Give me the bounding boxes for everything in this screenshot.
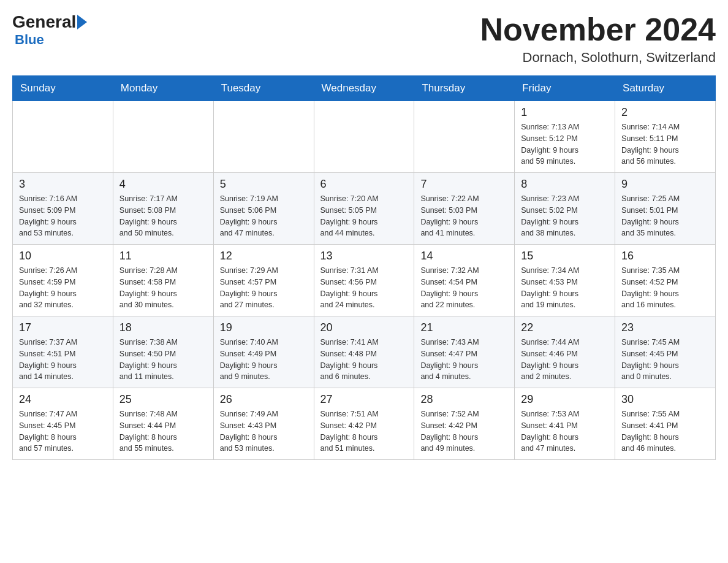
logo-general: General: [12, 12, 76, 32]
header-monday: Monday: [113, 76, 213, 101]
day-number: 20: [320, 321, 408, 334]
table-row: 2Sunrise: 7:14 AM Sunset: 5:11 PM Daylig…: [615, 101, 716, 173]
day-number: 19: [220, 321, 308, 334]
calendar-week-row: 24Sunrise: 7:47 AM Sunset: 4:45 PM Dayli…: [13, 388, 716, 460]
day-number: 4: [119, 178, 207, 191]
table-row: 12Sunrise: 7:29 AM Sunset: 4:57 PM Dayli…: [213, 245, 314, 316]
day-number: 23: [621, 321, 709, 334]
day-number: 18: [119, 321, 207, 334]
day-number: 26: [220, 393, 308, 406]
day-number: 30: [621, 393, 709, 406]
table-row: 7Sunrise: 7:22 AM Sunset: 5:03 PM Daylig…: [414, 173, 515, 245]
day-info: Sunrise: 7:14 AM Sunset: 5:11 PM Dayligh…: [621, 121, 709, 167]
table-row: 27Sunrise: 7:51 AM Sunset: 4:42 PM Dayli…: [314, 388, 414, 460]
day-number: 25: [119, 393, 207, 406]
table-row: 1Sunrise: 7:13 AM Sunset: 5:12 PM Daylig…: [515, 101, 615, 173]
day-number: 28: [420, 393, 508, 406]
day-info: Sunrise: 7:55 AM Sunset: 4:41 PM Dayligh…: [621, 408, 709, 454]
table-row: 30Sunrise: 7:55 AM Sunset: 4:41 PM Dayli…: [615, 388, 716, 460]
calendar-table: Sunday Monday Tuesday Wednesday Thursday…: [12, 75, 716, 460]
header-wednesday: Wednesday: [314, 76, 414, 101]
day-info: Sunrise: 7:44 AM Sunset: 4:46 PM Dayligh…: [521, 337, 609, 383]
day-number: 16: [621, 250, 709, 262]
day-info: Sunrise: 7:41 AM Sunset: 4:48 PM Dayligh…: [320, 337, 408, 383]
table-row: 24Sunrise: 7:47 AM Sunset: 4:45 PM Dayli…: [13, 388, 113, 460]
day-info: Sunrise: 7:19 AM Sunset: 5:06 PM Dayligh…: [220, 193, 308, 239]
table-row: [13, 101, 113, 173]
location-title: Dornach, Solothurn, Switzerland: [480, 50, 716, 66]
day-info: Sunrise: 7:40 AM Sunset: 4:49 PM Dayligh…: [220, 337, 308, 383]
table-row: 20Sunrise: 7:41 AM Sunset: 4:48 PM Dayli…: [314, 316, 414, 388]
table-row: 18Sunrise: 7:38 AM Sunset: 4:50 PM Dayli…: [113, 316, 213, 388]
day-number: 5: [220, 178, 308, 191]
calendar-week-row: 3Sunrise: 7:16 AM Sunset: 5:09 PM Daylig…: [13, 173, 716, 245]
day-info: Sunrise: 7:37 AM Sunset: 4:51 PM Dayligh…: [19, 337, 107, 383]
day-info: Sunrise: 7:16 AM Sunset: 5:09 PM Dayligh…: [19, 193, 107, 239]
table-row: 15Sunrise: 7:34 AM Sunset: 4:53 PM Dayli…: [515, 245, 615, 316]
table-row: 11Sunrise: 7:28 AM Sunset: 4:58 PM Dayli…: [113, 245, 213, 316]
day-number: 6: [320, 178, 408, 191]
header-tuesday: Tuesday: [213, 76, 314, 101]
month-title: November 2024: [480, 12, 716, 47]
table-row: 17Sunrise: 7:37 AM Sunset: 4:51 PM Dayli…: [13, 316, 113, 388]
day-number: 14: [420, 250, 508, 262]
day-info: Sunrise: 7:17 AM Sunset: 5:08 PM Dayligh…: [119, 193, 207, 239]
table-row: [314, 101, 414, 173]
day-info: Sunrise: 7:49 AM Sunset: 4:43 PM Dayligh…: [220, 408, 308, 454]
day-number: 21: [420, 321, 508, 334]
table-row: [213, 101, 314, 173]
table-row: 5Sunrise: 7:19 AM Sunset: 5:06 PM Daylig…: [213, 173, 314, 245]
table-row: 8Sunrise: 7:23 AM Sunset: 5:02 PM Daylig…: [515, 173, 615, 245]
logo-arrow-icon: [77, 15, 87, 29]
calendar-header-row: Sunday Monday Tuesday Wednesday Thursday…: [13, 76, 716, 101]
table-row: [414, 101, 515, 173]
header-thursday: Thursday: [414, 76, 515, 101]
day-number: 24: [19, 393, 107, 406]
table-row: 25Sunrise: 7:48 AM Sunset: 4:44 PM Dayli…: [113, 388, 213, 460]
day-info: Sunrise: 7:35 AM Sunset: 4:52 PM Dayligh…: [621, 265, 709, 311]
calendar-week-row: 17Sunrise: 7:37 AM Sunset: 4:51 PM Dayli…: [13, 316, 716, 388]
table-row: 23Sunrise: 7:45 AM Sunset: 4:45 PM Dayli…: [615, 316, 716, 388]
day-info: Sunrise: 7:13 AM Sunset: 5:12 PM Dayligh…: [521, 121, 609, 167]
logo-text: General: [12, 12, 88, 32]
table-row: 26Sunrise: 7:49 AM Sunset: 4:43 PM Dayli…: [213, 388, 314, 460]
day-info: Sunrise: 7:53 AM Sunset: 4:41 PM Dayligh…: [521, 408, 609, 454]
day-number: 2: [621, 106, 709, 119]
logo: General Blue: [12, 12, 88, 48]
day-info: Sunrise: 7:45 AM Sunset: 4:45 PM Dayligh…: [621, 337, 709, 383]
day-info: Sunrise: 7:38 AM Sunset: 4:50 PM Dayligh…: [119, 337, 207, 383]
day-info: Sunrise: 7:20 AM Sunset: 5:05 PM Dayligh…: [320, 193, 408, 239]
calendar-week-row: 10Sunrise: 7:26 AM Sunset: 4:59 PM Dayli…: [13, 245, 716, 316]
day-info: Sunrise: 7:22 AM Sunset: 5:03 PM Dayligh…: [420, 193, 508, 239]
title-area: November 2024 Dornach, Solothurn, Switze…: [480, 12, 716, 66]
day-number: 12: [220, 250, 308, 262]
day-number: 22: [521, 321, 609, 334]
day-info: Sunrise: 7:28 AM Sunset: 4:58 PM Dayligh…: [119, 265, 207, 311]
day-number: 7: [420, 178, 508, 191]
page-header: General Blue November 2024 Dornach, Solo…: [12, 12, 716, 66]
day-info: Sunrise: 7:25 AM Sunset: 5:01 PM Dayligh…: [621, 193, 709, 239]
day-number: 27: [320, 393, 408, 406]
day-number: 13: [320, 250, 408, 262]
day-number: 29: [521, 393, 609, 406]
day-number: 8: [521, 178, 609, 191]
day-info: Sunrise: 7:32 AM Sunset: 4:54 PM Dayligh…: [420, 265, 508, 311]
day-number: 10: [19, 250, 107, 262]
table-row: 16Sunrise: 7:35 AM Sunset: 4:52 PM Dayli…: [615, 245, 716, 316]
logo-blue: Blue: [15, 32, 44, 48]
day-info: Sunrise: 7:34 AM Sunset: 4:53 PM Dayligh…: [521, 265, 609, 311]
day-info: Sunrise: 7:52 AM Sunset: 4:42 PM Dayligh…: [420, 408, 508, 454]
table-row: [113, 101, 213, 173]
day-number: 11: [119, 250, 207, 262]
day-info: Sunrise: 7:51 AM Sunset: 4:42 PM Dayligh…: [320, 408, 408, 454]
header-saturday: Saturday: [615, 76, 716, 101]
table-row: 28Sunrise: 7:52 AM Sunset: 4:42 PM Dayli…: [414, 388, 515, 460]
table-row: 6Sunrise: 7:20 AM Sunset: 5:05 PM Daylig…: [314, 173, 414, 245]
day-number: 17: [19, 321, 107, 334]
table-row: 9Sunrise: 7:25 AM Sunset: 5:01 PM Daylig…: [615, 173, 716, 245]
header-friday: Friday: [515, 76, 615, 101]
table-row: 13Sunrise: 7:31 AM Sunset: 4:56 PM Dayli…: [314, 245, 414, 316]
table-row: 22Sunrise: 7:44 AM Sunset: 4:46 PM Dayli…: [515, 316, 615, 388]
day-number: 15: [521, 250, 609, 262]
day-info: Sunrise: 7:43 AM Sunset: 4:47 PM Dayligh…: [420, 337, 508, 383]
